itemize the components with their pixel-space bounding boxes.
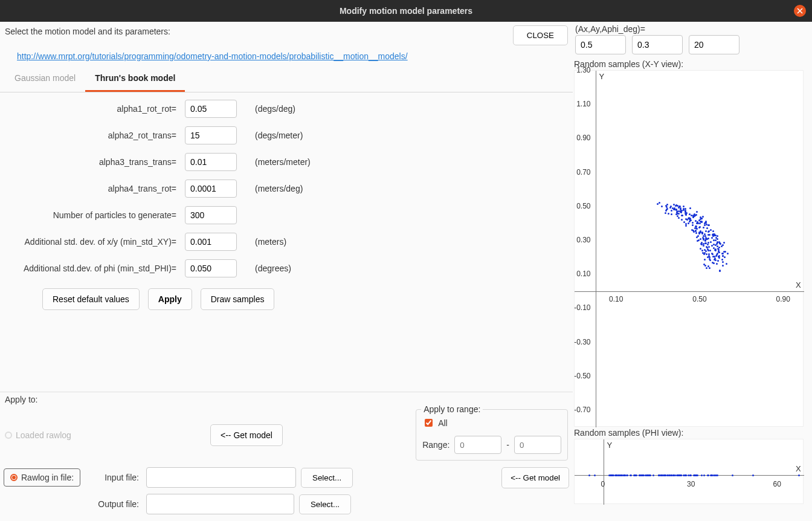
tab-bar: Gaussian model Thrun's book model: [0, 67, 573, 92]
output-file-label: Output file:: [87, 499, 141, 509]
applyto-header: Apply to:: [4, 393, 569, 406]
alpha4-unit: (meters/deg): [255, 184, 303, 193]
radio-loaded-label: Loaded rawlog: [16, 430, 71, 440]
close-icon[interactable]: [794, 5, 806, 17]
range-title: Apply to range:: [421, 404, 483, 414]
alpha3-unit: (meters/meter): [255, 157, 311, 167]
radio-rawlog-file[interactable]: Rawlog in file:: [4, 468, 80, 487]
nparticles-row: Number of particles to generate=: [6, 205, 567, 225]
alpha3-input[interactable]: [185, 153, 237, 171]
aphi-input[interactable]: [689, 35, 740, 54]
plot-phi-label: Random samples (PHI view):: [574, 427, 808, 439]
range-dash: -: [506, 440, 509, 450]
range-groupbox: Apply to range: All Range: -: [416, 409, 568, 461]
alpha1-input[interactable]: [185, 100, 237, 118]
minstdxy-label: Additional std. dev. of x/y (min_std_XY)…: [6, 237, 179, 247]
output-file-select[interactable]: Select...: [299, 494, 351, 514]
alpha1-label: alpha1_rot_rot=: [6, 104, 179, 114]
alpha2-input[interactable]: [185, 126, 237, 144]
window-title: Modify motion model parameters: [340, 6, 472, 16]
alpha1-row: alpha1_rot_rot= (degs/deg): [6, 99, 567, 119]
output-file-field[interactable]: [146, 494, 294, 514]
alpha4-row: alpha4_trans_rot= (meters/deg): [6, 178, 567, 199]
alpha4-label: alpha4_trans_rot=: [6, 184, 179, 193]
alpha3-row: alpha3_trans_trans= (meters/meter): [6, 152, 567, 172]
tab-thrun[interactable]: Thrun's book model: [85, 67, 185, 92]
radio-rawlog-label: Rawlog in file:: [21, 473, 74, 482]
apply-button[interactable]: Apply: [148, 288, 192, 310]
plot-xy: YX1.301.100.900.700.500.300.10-0.10-0.30…: [574, 70, 804, 427]
input-file-field[interactable]: [146, 467, 296, 488]
getmodel-bottom-button[interactable]: <-- Get model: [501, 467, 569, 488]
minstdxy-unit: (meters): [255, 237, 286, 247]
draw-button[interactable]: Draw samples: [201, 288, 275, 310]
all-label: All: [438, 418, 448, 428]
range-label: Range:: [422, 440, 450, 450]
range-from-input[interactable]: [454, 436, 501, 454]
input-file-select[interactable]: Select...: [301, 468, 353, 488]
titlebar: Modify motion model parameters: [0, 0, 812, 22]
getmodel-top-button[interactable]: <-- Get model: [210, 424, 283, 446]
alpha2-label: alpha2_rot_trans=: [6, 131, 179, 140]
alpha1-unit: (degs/deg): [255, 104, 295, 114]
ax-label: (Ax,Ay,Aphi_deg)=: [575, 24, 807, 34]
ay-input[interactable]: [632, 35, 683, 54]
minstdxy-input[interactable]: [185, 233, 237, 251]
input-file-label: Input file:: [87, 473, 141, 482]
doc-link[interactable]: http://www.mrpt.org/tutorials/programmin…: [17, 51, 408, 61]
alpha3-label: alpha3_trans_trans=: [6, 157, 179, 167]
nparticles-input[interactable]: [185, 206, 237, 224]
alpha2-unit: (degs/meter): [255, 131, 303, 140]
minstdphi-input[interactable]: [185, 259, 237, 277]
tab-gaussian[interactable]: Gaussian model: [5, 67, 85, 92]
minstdphi-label: Additional std.dev. of phi (min_std_PHI)…: [6, 264, 179, 273]
ax-input[interactable]: [575, 35, 626, 54]
reset-button[interactable]: Reset default values: [42, 288, 140, 310]
plot-xy-label: Random samples (X-Y view):: [574, 58, 808, 70]
minstdphi-unit: (degrees): [255, 264, 291, 273]
all-checkbox[interactable]: [425, 419, 433, 427]
close-button[interactable]: CLOSE: [513, 25, 568, 45]
range-to-input[interactable]: [514, 436, 561, 454]
radio-loaded-rawlog[interactable]: Loaded rawlog: [5, 430, 71, 440]
plot-phi: YX03060: [574, 439, 804, 504]
alpha4-input[interactable]: [185, 180, 237, 198]
nparticles-label: Number of particles to generate=: [6, 210, 179, 220]
prompt-label: Select the motion model and its paramete…: [5, 27, 170, 36]
minstdxy-row: Additional std. dev. of x/y (min_std_XY)…: [6, 231, 567, 252]
alpha2-row: alpha2_rot_trans= (degs/meter): [6, 125, 567, 146]
minstdphi-row: Additional std.dev. of phi (min_std_PHI)…: [6, 258, 567, 279]
